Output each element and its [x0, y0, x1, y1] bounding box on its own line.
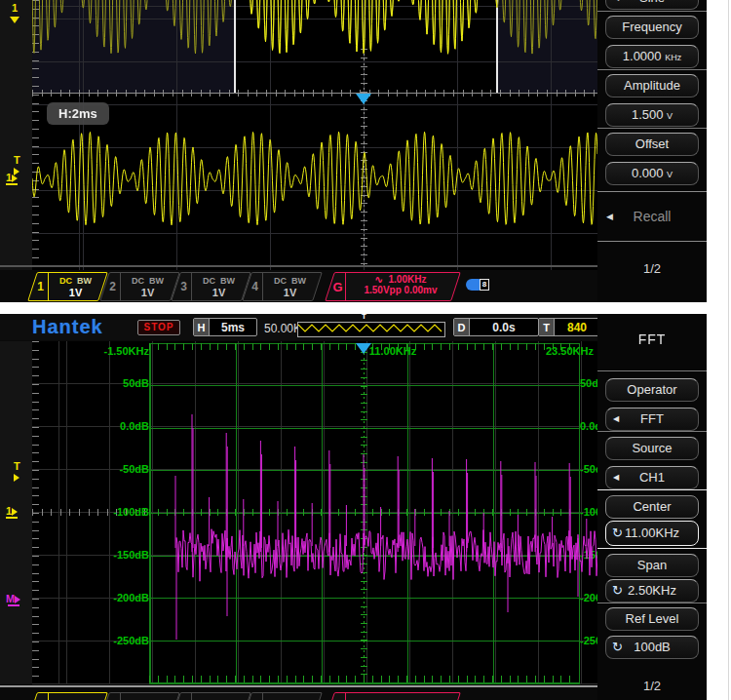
sine-icon: ∿: [375, 274, 383, 285]
menu-separator: [597, 370, 707, 371]
center-value-button[interactable]: ↻ 11.00KHz: [605, 521, 699, 546]
channel3-tab[interactable]: 3 DC BW 1V: [171, 272, 251, 301]
frequency-unit: KHz: [665, 53, 681, 62]
menu-page-indicator: 1/2: [597, 679, 707, 693]
operator-value: FFT: [640, 411, 664, 426]
math-marker-label: M: [6, 593, 15, 604]
waveform-type-button[interactable]: ◀ Sine: [605, 0, 699, 10]
fft-trace: [32, 341, 597, 684]
span-value-button[interactable]: ↻ 2.50KHz: [605, 579, 699, 603]
bandwidth-label: BW: [291, 276, 306, 286]
menu-title: FFT: [597, 331, 707, 347]
trigger-level-marker[interactable]: T: [14, 460, 20, 482]
menu-separator: [597, 603, 707, 603]
generator-offset: 0.00mv: [404, 285, 438, 295]
channel1-tab[interactable]: 1 DC BW 1V: [27, 272, 108, 301]
channel1-marker-label: 1: [10, 2, 19, 14]
coupling-label: DC: [132, 276, 144, 286]
frequency-value: 1.0000: [623, 49, 662, 63]
source-label-button[interactable]: Source: [605, 437, 699, 460]
bandwidth-label: BW: [220, 276, 235, 286]
channel1-position-marker[interactable]: 1: [6, 505, 18, 519]
ref-level-label-button[interactable]: Ref Level: [605, 607, 699, 631]
source-value-button[interactable]: ◀ CH1: [605, 466, 699, 489]
menu-separator: [597, 11, 707, 12]
rotary-knob-icon: ↻: [612, 580, 623, 601]
right-arrow-icon: [15, 596, 20, 603]
bandwidth-label: BW: [77, 276, 92, 286]
channel2-tab[interactable]: 2: [99, 692, 180, 700]
zoom-timebase-badge: H:2ms: [47, 102, 109, 125]
menu-page-indicator: 1/2: [597, 261, 707, 276]
channel-number: 4: [248, 693, 263, 700]
frequency-label-button[interactable]: Frequency: [605, 16, 699, 39]
channel2-tab[interactable]: 2 DC BW 1V: [99, 272, 180, 301]
amplitude-label-button[interactable]: Amplitude: [605, 74, 699, 97]
trigger-position-marker-icon[interactable]: [356, 94, 371, 104]
side-menu-fft: FFT Operator ◀ FFT Source ◀ CH1 Center ↻…: [597, 314, 707, 700]
side-menu-top: ◀ Sine Frequency 1.0000 KHz Amplitude 1.…: [597, 0, 707, 302]
span-label-button[interactable]: Span: [605, 554, 699, 577]
generator-label: G: [330, 693, 346, 700]
rotary-knob-icon: ↻: [612, 522, 623, 544]
delay-tag: D: [454, 319, 470, 335]
generator-tab[interactable]: G: [325, 692, 461, 700]
left-arrow-icon: ◀: [606, 212, 613, 221]
usb-b-icon: 8: [480, 279, 489, 291]
waveform-preview-bar[interactable]: [297, 322, 445, 337]
generator-amplitude: 1.50Vpp: [364, 285, 401, 295]
product-page: 1 T 1 H:2ms: [0, 0, 731, 700]
ground-icon: [6, 517, 18, 519]
volt-scale-label: 1V: [263, 287, 317, 298]
coupling-label: DC: [274, 276, 287, 286]
trigger-position-marker-icon[interactable]: [356, 343, 371, 354]
frequency-value-button[interactable]: 1.0000 KHz: [605, 45, 699, 68]
operator-label-button[interactable]: Operator: [605, 378, 699, 402]
channel-number: 3: [176, 693, 192, 700]
amplitude-value-button[interactable]: 1.500 V: [605, 103, 699, 127]
offset-label-button[interactable]: Offset: [605, 133, 699, 156]
ref-level-value: 100dB: [634, 640, 671, 654]
offset-unit: V: [667, 170, 673, 179]
offset-value-button[interactable]: 0.000 V: [605, 162, 699, 185]
operator-value-button[interactable]: ◀ FFT: [605, 408, 699, 431]
channel-number: 2: [105, 693, 121, 700]
channel1-tab[interactable]: 1: [27, 692, 108, 700]
preview-zigzag-trace: [298, 325, 442, 331]
channel-number: 1: [33, 693, 49, 700]
channel3-tab[interactable]: 3: [171, 692, 251, 700]
menu-separator: [597, 548, 707, 549]
channel-number: 1: [33, 273, 49, 300]
left-arrow-icon: ◀: [613, 0, 619, 8]
recall-label: Recall: [634, 209, 672, 224]
generator-frequency: 1.00KHz: [389, 274, 427, 285]
math-channel-marker[interactable]: M: [6, 593, 20, 606]
ref-level-value-button[interactable]: ↻ 100dB: [605, 636, 699, 659]
delay-box: D 0.0s: [453, 318, 539, 336]
left-arrow-icon: ◀: [613, 408, 619, 429]
fft-screen: -1.50KHz 11.00KHz 23.50KHz 50dB 0.0dB -5…: [32, 341, 597, 684]
center-label-button[interactable]: Center: [605, 495, 699, 519]
screen-bottom-divider: [0, 265, 597, 267]
offset-value: 0.000: [632, 166, 664, 180]
channel4-tab[interactable]: 4 DC BW 1V: [242, 272, 323, 301]
generator-label: G: [330, 273, 346, 300]
preview-trigger-marker: T: [362, 314, 366, 321]
trigger-value: 840: [555, 319, 599, 335]
channel4-tab[interactable]: 4: [242, 692, 323, 700]
delay-value: 0.0s: [470, 319, 538, 335]
usb-device-icon: 8: [466, 279, 489, 291]
channel1-position-marker[interactable]: 1: [10, 2, 19, 23]
recall-button[interactable]: ◀ Recall: [597, 191, 707, 242]
channel1-zoom-position-marker[interactable]: 1: [6, 172, 18, 185]
volt-scale-label: 1V: [192, 287, 246, 298]
ground-icon: [6, 183, 18, 185]
channel1-waveform-trace: [32, 0, 597, 265]
channel-number: 4: [248, 273, 263, 300]
coupling-label: DC: [59, 276, 72, 286]
generator-tab[interactable]: G ∿ 1.00KHz 1.50Vpp 0.00mv: [325, 272, 461, 301]
coupling-label: DC: [203, 276, 215, 286]
trigger-marker-label: T: [14, 460, 20, 472]
right-arrow-icon: [12, 508, 18, 516]
down-arrow-icon: [10, 17, 19, 23]
